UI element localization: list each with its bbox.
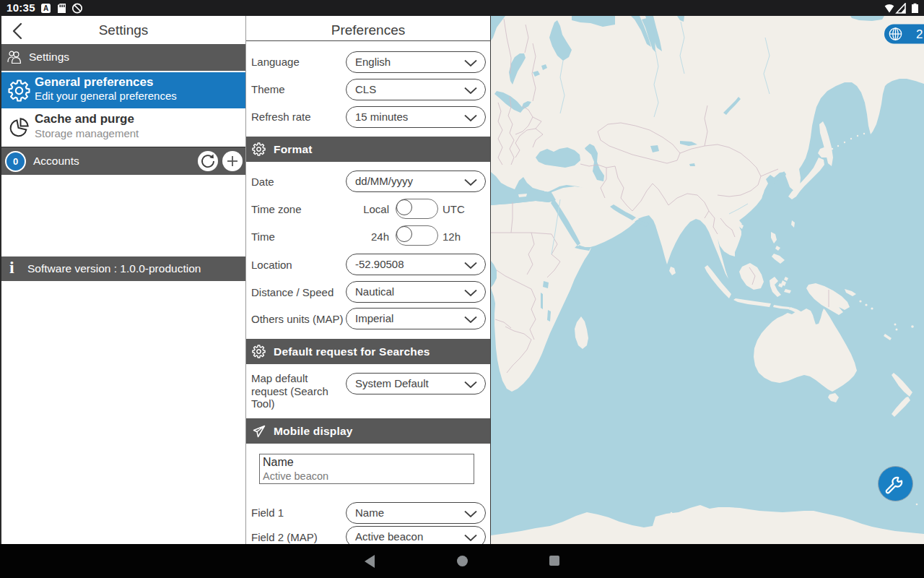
svg-text:2: 2: [916, 27, 923, 41]
svg-text:A: A: [43, 4, 48, 12]
